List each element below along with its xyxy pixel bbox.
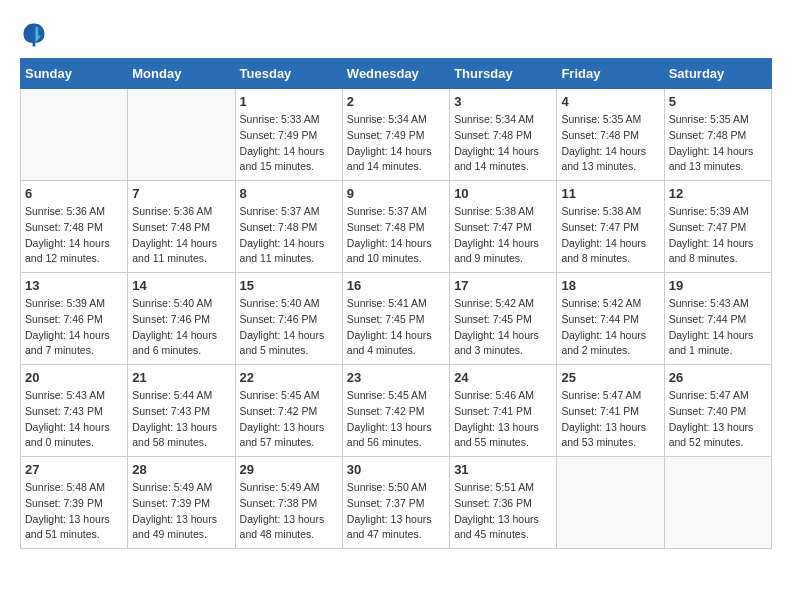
header-day-wednesday: Wednesday [342, 59, 449, 89]
calendar-cell [21, 89, 128, 181]
calendar-cell: 25Sunrise: 5:47 AM Sunset: 7:41 PM Dayli… [557, 365, 664, 457]
cell-content: Sunrise: 5:37 AM Sunset: 7:48 PM Dayligh… [240, 204, 338, 267]
day-number: 24 [454, 370, 552, 385]
calendar-cell: 26Sunrise: 5:47 AM Sunset: 7:40 PM Dayli… [664, 365, 771, 457]
calendar-cell: 12Sunrise: 5:39 AM Sunset: 7:47 PM Dayli… [664, 181, 771, 273]
day-number: 2 [347, 94, 445, 109]
calendar-cell: 8Sunrise: 5:37 AM Sunset: 7:48 PM Daylig… [235, 181, 342, 273]
calendar-cell: 21Sunrise: 5:44 AM Sunset: 7:43 PM Dayli… [128, 365, 235, 457]
day-number: 11 [561, 186, 659, 201]
calendar-cell: 23Sunrise: 5:45 AM Sunset: 7:42 PM Dayli… [342, 365, 449, 457]
calendar-cell: 5Sunrise: 5:35 AM Sunset: 7:48 PM Daylig… [664, 89, 771, 181]
calendar-cell: 9Sunrise: 5:37 AM Sunset: 7:48 PM Daylig… [342, 181, 449, 273]
day-number: 21 [132, 370, 230, 385]
day-number: 6 [25, 186, 123, 201]
cell-content: Sunrise: 5:43 AM Sunset: 7:44 PM Dayligh… [669, 296, 767, 359]
day-number: 13 [25, 278, 123, 293]
calendar-cell: 1Sunrise: 5:33 AM Sunset: 7:49 PM Daylig… [235, 89, 342, 181]
logo [20, 20, 52, 48]
cell-content: Sunrise: 5:40 AM Sunset: 7:46 PM Dayligh… [132, 296, 230, 359]
cell-content: Sunrise: 5:43 AM Sunset: 7:43 PM Dayligh… [25, 388, 123, 451]
day-number: 10 [454, 186, 552, 201]
cell-content: Sunrise: 5:51 AM Sunset: 7:36 PM Dayligh… [454, 480, 552, 543]
calendar-cell [128, 89, 235, 181]
cell-content: Sunrise: 5:49 AM Sunset: 7:38 PM Dayligh… [240, 480, 338, 543]
cell-content: Sunrise: 5:46 AM Sunset: 7:41 PM Dayligh… [454, 388, 552, 451]
cell-content: Sunrise: 5:47 AM Sunset: 7:40 PM Dayligh… [669, 388, 767, 451]
calendar-cell: 24Sunrise: 5:46 AM Sunset: 7:41 PM Dayli… [450, 365, 557, 457]
day-number: 5 [669, 94, 767, 109]
cell-content: Sunrise: 5:49 AM Sunset: 7:39 PM Dayligh… [132, 480, 230, 543]
calendar-cell: 4Sunrise: 5:35 AM Sunset: 7:48 PM Daylig… [557, 89, 664, 181]
calendar-week-5: 27Sunrise: 5:48 AM Sunset: 7:39 PM Dayli… [21, 457, 772, 549]
day-number: 29 [240, 462, 338, 477]
page-header [20, 20, 772, 48]
day-number: 7 [132, 186, 230, 201]
cell-content: Sunrise: 5:33 AM Sunset: 7:49 PM Dayligh… [240, 112, 338, 175]
cell-content: Sunrise: 5:39 AM Sunset: 7:46 PM Dayligh… [25, 296, 123, 359]
day-number: 23 [347, 370, 445, 385]
calendar-cell: 31Sunrise: 5:51 AM Sunset: 7:36 PM Dayli… [450, 457, 557, 549]
day-number: 3 [454, 94, 552, 109]
calendar-cell: 17Sunrise: 5:42 AM Sunset: 7:45 PM Dayli… [450, 273, 557, 365]
calendar-cell: 2Sunrise: 5:34 AM Sunset: 7:49 PM Daylig… [342, 89, 449, 181]
calendar-cell: 7Sunrise: 5:36 AM Sunset: 7:48 PM Daylig… [128, 181, 235, 273]
cell-content: Sunrise: 5:42 AM Sunset: 7:45 PM Dayligh… [454, 296, 552, 359]
calendar-cell: 10Sunrise: 5:38 AM Sunset: 7:47 PM Dayli… [450, 181, 557, 273]
header-day-saturday: Saturday [664, 59, 771, 89]
calendar-cell: 13Sunrise: 5:39 AM Sunset: 7:46 PM Dayli… [21, 273, 128, 365]
cell-content: Sunrise: 5:36 AM Sunset: 7:48 PM Dayligh… [25, 204, 123, 267]
calendar-cell: 19Sunrise: 5:43 AM Sunset: 7:44 PM Dayli… [664, 273, 771, 365]
day-number: 9 [347, 186, 445, 201]
cell-content: Sunrise: 5:45 AM Sunset: 7:42 PM Dayligh… [347, 388, 445, 451]
day-number: 19 [669, 278, 767, 293]
calendar-table: SundayMondayTuesdayWednesdayThursdayFrid… [20, 58, 772, 549]
cell-content: Sunrise: 5:42 AM Sunset: 7:44 PM Dayligh… [561, 296, 659, 359]
calendar-header: SundayMondayTuesdayWednesdayThursdayFrid… [21, 59, 772, 89]
cell-content: Sunrise: 5:40 AM Sunset: 7:46 PM Dayligh… [240, 296, 338, 359]
cell-content: Sunrise: 5:35 AM Sunset: 7:48 PM Dayligh… [561, 112, 659, 175]
calendar-cell: 30Sunrise: 5:50 AM Sunset: 7:37 PM Dayli… [342, 457, 449, 549]
cell-content: Sunrise: 5:35 AM Sunset: 7:48 PM Dayligh… [669, 112, 767, 175]
day-number: 1 [240, 94, 338, 109]
cell-content: Sunrise: 5:48 AM Sunset: 7:39 PM Dayligh… [25, 480, 123, 543]
calendar-week-1: 1Sunrise: 5:33 AM Sunset: 7:49 PM Daylig… [21, 89, 772, 181]
header-day-friday: Friday [557, 59, 664, 89]
header-day-tuesday: Tuesday [235, 59, 342, 89]
header-day-thursday: Thursday [450, 59, 557, 89]
calendar-body: 1Sunrise: 5:33 AM Sunset: 7:49 PM Daylig… [21, 89, 772, 549]
cell-content: Sunrise: 5:34 AM Sunset: 7:48 PM Dayligh… [454, 112, 552, 175]
calendar-cell: 15Sunrise: 5:40 AM Sunset: 7:46 PM Dayli… [235, 273, 342, 365]
calendar-cell: 22Sunrise: 5:45 AM Sunset: 7:42 PM Dayli… [235, 365, 342, 457]
day-number: 27 [25, 462, 123, 477]
calendar-cell: 18Sunrise: 5:42 AM Sunset: 7:44 PM Dayli… [557, 273, 664, 365]
day-number: 14 [132, 278, 230, 293]
calendar-week-3: 13Sunrise: 5:39 AM Sunset: 7:46 PM Dayli… [21, 273, 772, 365]
day-number: 15 [240, 278, 338, 293]
cell-content: Sunrise: 5:47 AM Sunset: 7:41 PM Dayligh… [561, 388, 659, 451]
calendar-cell [557, 457, 664, 549]
day-number: 16 [347, 278, 445, 293]
header-day-sunday: Sunday [21, 59, 128, 89]
cell-content: Sunrise: 5:34 AM Sunset: 7:49 PM Dayligh… [347, 112, 445, 175]
calendar-cell: 29Sunrise: 5:49 AM Sunset: 7:38 PM Dayli… [235, 457, 342, 549]
calendar-cell: 11Sunrise: 5:38 AM Sunset: 7:47 PM Dayli… [557, 181, 664, 273]
calendar-cell: 6Sunrise: 5:36 AM Sunset: 7:48 PM Daylig… [21, 181, 128, 273]
calendar-cell: 16Sunrise: 5:41 AM Sunset: 7:45 PM Dayli… [342, 273, 449, 365]
day-number: 31 [454, 462, 552, 477]
calendar-cell: 28Sunrise: 5:49 AM Sunset: 7:39 PM Dayli… [128, 457, 235, 549]
calendar-week-2: 6Sunrise: 5:36 AM Sunset: 7:48 PM Daylig… [21, 181, 772, 273]
cell-content: Sunrise: 5:50 AM Sunset: 7:37 PM Dayligh… [347, 480, 445, 543]
day-number: 20 [25, 370, 123, 385]
day-number: 28 [132, 462, 230, 477]
calendar-cell [664, 457, 771, 549]
day-number: 18 [561, 278, 659, 293]
cell-content: Sunrise: 5:38 AM Sunset: 7:47 PM Dayligh… [561, 204, 659, 267]
calendar-cell: 27Sunrise: 5:48 AM Sunset: 7:39 PM Dayli… [21, 457, 128, 549]
cell-content: Sunrise: 5:41 AM Sunset: 7:45 PM Dayligh… [347, 296, 445, 359]
day-number: 4 [561, 94, 659, 109]
logo-icon [20, 20, 48, 48]
day-number: 26 [669, 370, 767, 385]
day-number: 17 [454, 278, 552, 293]
cell-content: Sunrise: 5:37 AM Sunset: 7:48 PM Dayligh… [347, 204, 445, 267]
